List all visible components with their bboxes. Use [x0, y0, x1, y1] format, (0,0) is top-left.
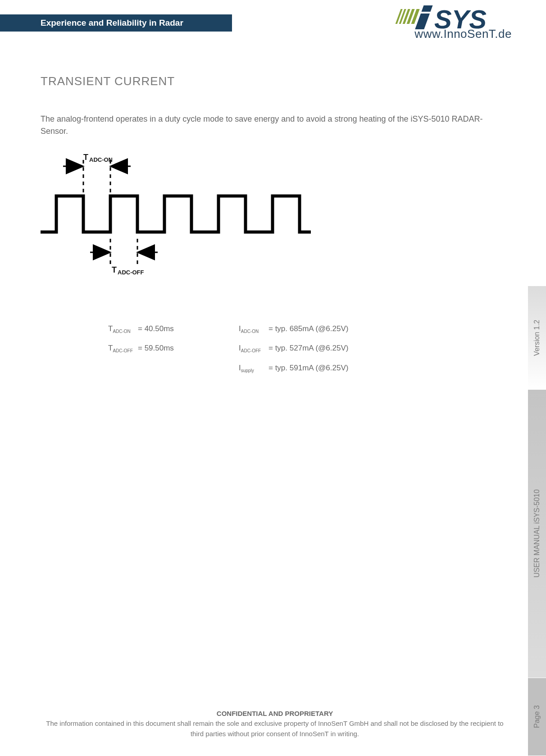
spec-i-adc-off-val: = typ. 527mA (@6.25V): [268, 344, 348, 353]
spec-i-supply-val: = typ. 591mA (@6.25V): [268, 364, 348, 373]
spec-t-adc-on-sym: TADC-ON: [108, 324, 135, 334]
svg-rect-5: [421, 5, 432, 12]
spec-i-supply-sym: Isupply: [239, 364, 266, 373]
footer-title: CONFIDENTIAL AND PROPRIETARY: [41, 709, 509, 719]
spec-t-adc-off-val: = 59.50ms: [138, 344, 174, 353]
sidebar: Version 1.2 USER MANUAL iSYS-5010 Page 3: [528, 286, 546, 756]
sidebar-version: Version 1.2: [528, 286, 546, 390]
spec-i-adc-off-sym: IADC-OFF: [239, 344, 266, 353]
sidebar-page: Page 3: [528, 678, 546, 756]
sidebar-manual: USER MANUAL iSYS-5010: [528, 390, 546, 678]
spec-row-1: TADC-ON = 40.50ms IADC-ON = typ. 685mA (…: [108, 324, 469, 334]
timing-diagram: TADC-ON TADC-OFF: [41, 151, 320, 286]
specs: TADC-ON = 40.50ms IADC-ON = typ. 685mA (…: [108, 324, 469, 383]
header-url: www.InnoSenT.de: [414, 27, 512, 41]
spec-i-adc-on-val: = typ. 685mA (@6.25V): [268, 324, 348, 334]
footer-body: The information contained in this docume…: [41, 719, 509, 739]
content: TRANSIENT CURRENT The analog-frontend op…: [41, 74, 509, 286]
diagram-label-adc-off: TADC-OFF: [112, 265, 144, 276]
header-banner: Experience and Reliability in Radar Tech…: [0, 14, 232, 32]
spec-row-3: Isupply = typ. 591mA (@6.25V): [108, 364, 469, 373]
section-title: TRANSIENT CURRENT: [41, 74, 509, 88]
spec-t-adc-off-sym: TADC-OFF: [108, 344, 135, 353]
spec-t-adc-on-val: = 40.50ms: [138, 324, 174, 334]
intro-text: The analog-frontend operates in a duty c…: [41, 113, 509, 137]
spec-i-adc-on-sym: IADC-ON: [239, 324, 266, 334]
footer: CONFIDENTIAL AND PROPRIETARY The informa…: [41, 709, 509, 739]
diagram-label-adc-on: TADC-ON: [83, 153, 113, 163]
page: Experience and Reliability in Radar Tech…: [0, 0, 546, 756]
spec-row-2: TADC-OFF = 59.50ms IADC-OFF = typ. 527mA…: [108, 344, 469, 353]
